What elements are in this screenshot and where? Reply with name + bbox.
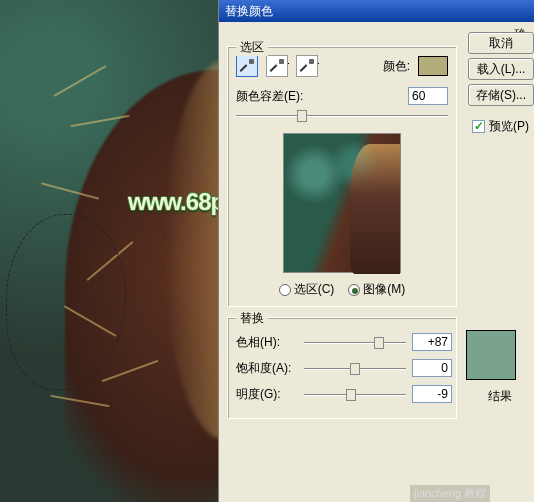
selection-group: 选区 颜色: 颜色容差(E): 选区(C): [227, 46, 457, 307]
preview-radio-image[interactable]: 图像(M): [348, 281, 405, 298]
lightness-input[interactable]: [412, 385, 452, 403]
replace-color-dialog: 替换颜色 确 选区 颜色: 颜色容差(E): 选区(C): [218, 0, 534, 502]
preview-radio-selection[interactable]: 选区(C): [279, 281, 335, 298]
hue-slider[interactable]: [304, 334, 406, 352]
cancel-button[interactable]: 取消: [468, 32, 534, 54]
saturation-row: 饱和度(A):: [236, 358, 452, 378]
saturation-slider[interactable]: [304, 360, 406, 378]
eyedropper-row: 颜色:: [236, 55, 448, 77]
hue-input[interactable]: [412, 333, 452, 351]
eyedropper-add-button[interactable]: [266, 55, 288, 77]
watermark-bottom: jiaocheng 教程: [410, 485, 490, 502]
watermark-68ps: www.68ps.com: [128, 188, 225, 216]
save-button[interactable]: 存储(S)...: [468, 84, 534, 106]
replace-group-label: 替换: [236, 310, 268, 327]
result-color-swatch[interactable]: [466, 330, 516, 380]
saturation-label: 饱和度(A):: [236, 360, 298, 377]
preview-radio-selection-label: 选区(C): [294, 281, 335, 298]
dialog-button-column: 取消 载入(L)... 存储(S)... 预览(P): [468, 32, 534, 135]
lightness-slider[interactable]: [304, 386, 406, 404]
eyedropper-subtract-button[interactable]: [296, 55, 318, 77]
selection-group-label: 选区: [236, 39, 268, 56]
preview-radio-image-label: 图像(M): [363, 281, 405, 298]
result-label: 结果: [488, 388, 512, 405]
fuzziness-label: 颜色容差(E):: [236, 88, 303, 105]
replace-group: 替换 色相(H): 饱和度(A): 明度(G):: [227, 317, 457, 419]
preview-mode-radios: 选区(C) 图像(M): [236, 281, 448, 298]
image-canvas[interactable]: www.68ps.com: [0, 0, 225, 502]
saturation-input[interactable]: [412, 359, 452, 377]
preview-checkbox-row[interactable]: 预览(P): [468, 118, 534, 135]
sampled-color-swatch[interactable]: [418, 56, 448, 76]
hue-slider-thumb[interactable]: [374, 337, 384, 349]
preview-checkbox-label: 预览(P): [489, 118, 529, 135]
saturation-slider-thumb[interactable]: [350, 363, 360, 375]
preview-checkbox[interactable]: [472, 120, 485, 133]
preview-thumbnail[interactable]: [283, 133, 401, 273]
lightness-row: 明度(G):: [236, 384, 452, 404]
fuzziness-slider[interactable]: [236, 107, 448, 125]
lightness-slider-thumb[interactable]: [346, 389, 356, 401]
hue-row: 色相(H):: [236, 332, 452, 352]
lightness-label: 明度(G):: [236, 386, 298, 403]
color-label: 颜色:: [383, 58, 410, 75]
fuzziness-slider-thumb[interactable]: [297, 110, 307, 122]
fuzziness-input[interactable]: [408, 87, 448, 105]
hue-label: 色相(H):: [236, 334, 298, 351]
eyedropper-button[interactable]: [236, 55, 258, 77]
load-button[interactable]: 载入(L)...: [468, 58, 534, 80]
dialog-title: 替换颜色: [219, 0, 534, 22]
